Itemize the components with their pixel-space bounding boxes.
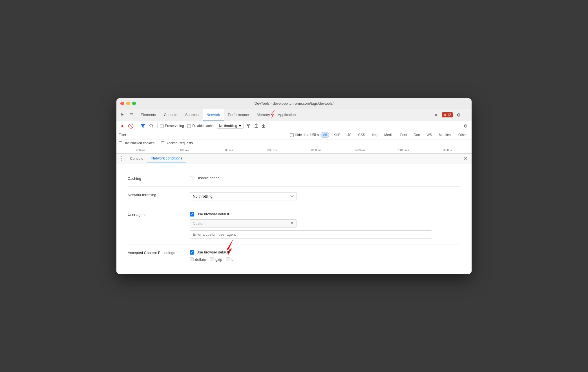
devtools-menu-button[interactable]: ⋮ xyxy=(463,111,469,119)
filter-label: Filter xyxy=(119,133,126,137)
throttling-content: No throttling xyxy=(190,192,460,200)
close-button[interactable] xyxy=(120,102,124,105)
drawer-tab-network-conditions[interactable]: Network conditions xyxy=(147,154,186,163)
throttle-select-nc[interactable]: No throttling xyxy=(190,192,297,200)
filter-type-all[interactable]: All xyxy=(320,132,329,138)
tab-sources[interactable]: Sources xyxy=(181,109,203,121)
has-blocked-cookies-checkbox[interactable] xyxy=(119,141,122,145)
timeline-bar: 200 ms 400 ms 600 ms 800 ms 1000 ms 1200… xyxy=(116,147,472,154)
hide-data-urls-label[interactable]: Hide data URLs xyxy=(290,133,319,137)
encodings-row: Accepted Content-Encodings Use browser d… xyxy=(128,244,460,267)
timeline-mark-6: 1200 ms xyxy=(338,149,382,152)
record-button[interactable]: ● xyxy=(119,122,126,130)
drawer-close-button[interactable]: ✕ xyxy=(462,154,469,163)
throttle-arrow-icon: ▼ xyxy=(238,124,242,128)
title-bar: DevTools - developer.chrome.com/tags/dev… xyxy=(116,98,472,109)
deflate-checkbox[interactable] xyxy=(190,257,194,261)
wifi-settings-button[interactable] xyxy=(245,123,252,129)
has-blocked-cookies-label[interactable]: Has blocked cookies xyxy=(119,141,154,145)
tab-console[interactable]: Console xyxy=(160,109,181,121)
throttle-select[interactable]: No throttling ▼ xyxy=(217,123,244,129)
caching-content: Disable cache xyxy=(190,176,460,180)
deflate-label: deflate xyxy=(195,257,206,262)
filter-type-other[interactable]: Other xyxy=(456,132,469,138)
user-agent-label: User agent xyxy=(128,212,178,217)
br-checkbox[interactable] xyxy=(226,257,230,261)
window-title: DevTools - developer.chrome.com/tags/dev… xyxy=(255,101,333,106)
filter-type-img[interactable]: Img xyxy=(369,132,380,138)
timeline-mark-3: 600 ms xyxy=(206,149,250,152)
drawer-menu-button[interactable]: ⋮ xyxy=(119,155,124,161)
blocked-row: Has blocked cookies Blocked Requests xyxy=(116,139,472,147)
gzip-checkbox[interactable] xyxy=(210,257,214,261)
filter-type-ws[interactable]: WS xyxy=(424,132,434,138)
filter-button[interactable] xyxy=(139,122,147,130)
svg-rect-1 xyxy=(130,115,133,115)
devtools-window: DevTools - developer.chrome.com/tags/dev… xyxy=(116,98,472,274)
filter-type-doc[interactable]: Doc xyxy=(411,132,422,138)
error-badge[interactable]: ✕ 12 xyxy=(442,112,453,117)
download-icon[interactable] xyxy=(260,123,267,129)
user-agent-row: User agent Use browser default Custom...… xyxy=(128,206,460,244)
tab-elements[interactable]: Elements xyxy=(137,109,160,121)
network-settings-button[interactable]: ⚙ xyxy=(462,123,469,129)
filter-type-xhr[interactable]: XHR xyxy=(331,132,343,138)
maximize-button[interactable] xyxy=(132,102,136,105)
filter-type-manifest[interactable]: Manifest xyxy=(436,132,454,138)
search-button[interactable] xyxy=(148,122,155,130)
timeline-mark-1: 200 ms xyxy=(119,149,163,152)
filter-type-js[interactable]: JS xyxy=(345,132,354,138)
br-label: br xyxy=(231,257,235,262)
toolbar-separator-1 xyxy=(137,123,137,128)
bottom-drawer: ⋮ Console Network conditions ✕ Caching D… xyxy=(116,154,472,274)
tab-network[interactable]: Network xyxy=(203,109,224,121)
more-tabs-button[interactable]: » xyxy=(432,111,440,119)
svg-rect-6 xyxy=(262,127,265,128)
encodings-label: Accepted Content-Encodings xyxy=(128,250,178,255)
network-toolbar: ● 🚫 Preserve log Disable cache No thrott… xyxy=(116,121,472,131)
layers-icon[interactable] xyxy=(128,111,136,119)
gzip-checkbox-wrapper: gzip xyxy=(210,257,222,262)
gzip-label: gzip xyxy=(215,257,222,262)
preserve-log-checkbox[interactable] xyxy=(160,124,163,128)
br-checkbox-wrapper: br xyxy=(226,257,235,262)
drawer-tab-bar: ⋮ Console Network conditions ✕ xyxy=(116,154,472,163)
svg-line-4 xyxy=(152,127,153,128)
use-browser-default-encodings-row: Use browser default xyxy=(190,250,460,255)
custom-user-agent-input[interactable] xyxy=(190,230,432,238)
use-browser-default-encodings-checkbox[interactable] xyxy=(190,250,194,255)
timeline-mark-4: 800 ms xyxy=(250,149,294,152)
preserve-log-label[interactable]: Preserve log xyxy=(160,124,184,128)
custom-agent-select[interactable]: Custom... ▼ xyxy=(190,219,297,227)
disable-cache-row: Disable cache xyxy=(190,176,460,180)
disable-cache-checkbox-nc[interactable] xyxy=(190,176,194,180)
tab-performance[interactable]: Performance xyxy=(224,109,253,121)
cursor-icon[interactable] xyxy=(119,111,127,119)
toolbar-separator-2 xyxy=(157,123,158,128)
tab-application[interactable]: Application xyxy=(274,109,300,121)
use-browser-default-row: Use browser default xyxy=(190,212,460,216)
throttle-select-wrapper: No throttling xyxy=(190,192,297,200)
custom-placeholder: Custom... xyxy=(190,220,290,227)
timeline-mark-5: 1000 ms xyxy=(294,149,338,152)
stop-button[interactable]: 🚫 xyxy=(127,122,134,130)
filter-type-css[interactable]: CSS xyxy=(356,132,368,138)
hide-data-urls-checkbox[interactable] xyxy=(290,133,294,137)
caching-label: Caching xyxy=(128,176,178,181)
blocked-requests-label[interactable]: Blocked Requests xyxy=(161,141,193,145)
caching-row: Caching Disable cache xyxy=(128,170,460,187)
filter-type-font[interactable]: Font xyxy=(398,132,410,138)
drawer-tab-console[interactable]: Console xyxy=(126,154,147,163)
minimize-button[interactable] xyxy=(126,102,130,105)
disable-cache-checkbox[interactable] xyxy=(187,124,191,128)
network-conditions-panel: Caching Disable cache Network throttling… xyxy=(116,163,472,274)
disable-cache-label[interactable]: Disable cache xyxy=(187,124,213,128)
tab-memory[interactable]: Memory xyxy=(253,109,274,121)
devtools-settings-button[interactable]: ⚙ xyxy=(455,111,463,119)
blocked-requests-checkbox[interactable] xyxy=(161,141,164,145)
traffic-lights xyxy=(120,102,136,105)
use-browser-default-checkbox[interactable] xyxy=(190,212,194,216)
error-count: 12 xyxy=(447,113,451,117)
upload-icon[interactable] xyxy=(253,123,259,129)
filter-type-media[interactable]: Media xyxy=(382,132,396,138)
